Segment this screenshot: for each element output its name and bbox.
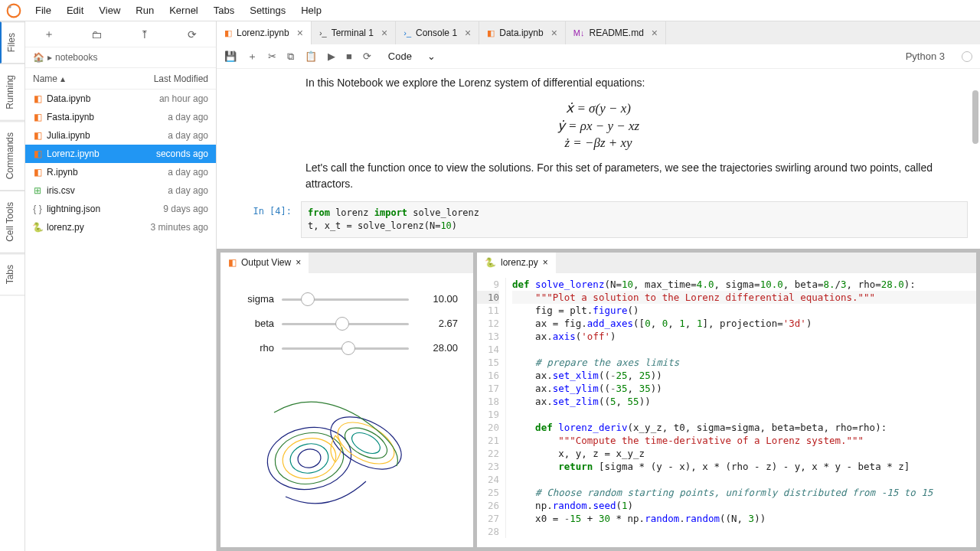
run-icon[interactable]: ▶ bbox=[328, 51, 335, 62]
slider-thumb[interactable] bbox=[335, 317, 349, 331]
code-line[interactable]: def solve_lorenz(N=10, max_time=4.0, sig… bbox=[512, 278, 976, 291]
file-row[interactable]: ◧Fasta.ipynba day ago bbox=[25, 108, 216, 126]
stop-icon[interactable]: ■ bbox=[346, 51, 352, 62]
menu-help[interactable]: Help bbox=[293, 2, 329, 19]
nb-icon: ◧ bbox=[487, 28, 495, 38]
activity-tab-cell-tools[interactable]: Cell Tools bbox=[0, 191, 24, 253]
notebook-icon: ◧ bbox=[228, 257, 237, 268]
code-line[interactable]: ax = fig.add_axes([0, 0, 1, 1], projecti… bbox=[512, 317, 976, 330]
md-icon: M↓ bbox=[573, 28, 585, 37]
code-line[interactable]: """Plot a solution to the Lorenz differe… bbox=[512, 291, 976, 304]
cell-type-select[interactable]: Code⌄ bbox=[388, 51, 436, 62]
code-line[interactable]: x0 = -15 + 30 * np.random.random((N, 3)) bbox=[512, 512, 976, 525]
activity-tab-files[interactable]: Files bbox=[0, 21, 24, 64]
save-icon[interactable]: 💾 bbox=[224, 51, 237, 62]
breadcrumb[interactable]: 🏠 ▸ notebooks bbox=[25, 47, 216, 68]
file-row[interactable]: ◧R.ipynba day ago bbox=[25, 163, 216, 181]
restart-icon[interactable]: ⟳ bbox=[363, 51, 371, 62]
activity-tab-running[interactable]: Running bbox=[0, 64, 24, 121]
menu-kernel[interactable]: Kernel bbox=[162, 2, 206, 19]
slider-thumb[interactable] bbox=[301, 292, 315, 306]
upload-icon[interactable]: ⤒ bbox=[137, 28, 152, 41]
code-line[interactable]: ax.set_ylim((-35, 35)) bbox=[512, 382, 976, 395]
markdown-intro: In this Notebook we explore the Lorenz s… bbox=[229, 72, 968, 94]
slider-track[interactable] bbox=[282, 292, 409, 306]
close-icon[interactable]: × bbox=[465, 27, 471, 39]
sort-asc-icon: ▴ bbox=[60, 73, 65, 84]
code-line[interactable]: ax.set_xlim((-25, 25)) bbox=[512, 369, 976, 382]
svg-point-9 bbox=[340, 421, 392, 464]
tab-output-view[interactable]: ◧ Output View × bbox=[220, 253, 309, 273]
code-line[interactable]: np.random.seed(1) bbox=[512, 499, 976, 512]
close-icon[interactable]: × bbox=[551, 27, 557, 39]
close-icon[interactable]: × bbox=[381, 27, 387, 39]
menu-view[interactable]: View bbox=[91, 2, 128, 19]
code-line[interactable]: fig = plt.figure() bbox=[512, 304, 976, 317]
cut-icon[interactable]: ✂ bbox=[268, 51, 276, 62]
new-launcher-icon[interactable]: ＋ bbox=[41, 28, 57, 41]
add-cell-icon[interactable]: ＋ bbox=[247, 50, 257, 64]
paste-icon[interactable]: 📋 bbox=[305, 51, 317, 62]
tab-console-1[interactable]: ›_Console 1× bbox=[396, 21, 479, 44]
slider-track[interactable] bbox=[282, 341, 409, 355]
file-row[interactable]: ◧Data.ipynban hour ago bbox=[25, 90, 216, 108]
menu-settings[interactable]: Settings bbox=[242, 2, 293, 19]
kernel-status-icon[interactable] bbox=[962, 51, 972, 62]
scrollbar[interactable] bbox=[972, 90, 978, 144]
new-folder-icon[interactable]: 🗀 bbox=[89, 28, 104, 41]
close-icon[interactable]: × bbox=[543, 257, 548, 268]
activity-tab-tabs[interactable]: Tabs bbox=[0, 253, 24, 295]
code-line[interactable] bbox=[512, 408, 976, 421]
tab-readme-md[interactable]: M↓README.md× bbox=[566, 21, 666, 44]
slider-thumb[interactable] bbox=[341, 341, 355, 355]
refresh-icon[interactable]: ⟳ bbox=[185, 28, 200, 41]
menu-edit[interactable]: Edit bbox=[59, 2, 91, 19]
python-icon: 🐍 bbox=[485, 257, 496, 268]
code-line[interactable]: ax.axis('off') bbox=[512, 330, 976, 343]
file-modified: 3 minutes ago bbox=[136, 222, 216, 233]
code-cell[interactable]: In [4]: from lorenz import solve_lorenz … bbox=[229, 201, 968, 238]
close-icon[interactable]: × bbox=[297, 27, 303, 39]
menu-file[interactable]: File bbox=[28, 2, 59, 19]
tab-data-ipynb[interactable]: ◧Data.ipynb× bbox=[479, 21, 566, 44]
tab-terminal-1[interactable]: ›_Terminal 1× bbox=[312, 21, 396, 44]
code-line[interactable] bbox=[512, 343, 976, 356]
slider-track[interactable] bbox=[282, 317, 409, 331]
home-icon[interactable]: 🏠 bbox=[33, 52, 44, 63]
copy-icon[interactable]: ⧉ bbox=[287, 51, 294, 63]
activity-tab-commands[interactable]: Commands bbox=[0, 121, 24, 191]
slider-sigma: sigma10.00 bbox=[236, 287, 458, 311]
cell-code[interactable]: from lorenz import solve_lorenz t, x_t =… bbox=[301, 201, 968, 238]
code-line[interactable] bbox=[512, 473, 976, 486]
svg-point-10 bbox=[348, 428, 384, 457]
sort-by-name[interactable]: Name▴ bbox=[25, 73, 136, 84]
file-row[interactable]: ◧Julia.ipynba day ago bbox=[25, 126, 216, 145]
file-row[interactable]: 🐍lorenz.py3 minutes ago bbox=[25, 218, 216, 236]
menu-tabs[interactable]: Tabs bbox=[206, 2, 242, 19]
code-line[interactable]: """Compute the time-derivative of a Lore… bbox=[512, 434, 976, 447]
tab-lorenz-ipynb[interactable]: ◧Lorenz.ipynb× bbox=[217, 21, 312, 44]
code-line[interactable]: # prepare the axes limits bbox=[512, 356, 976, 369]
code-line[interactable]: ax.set_zlim((5, 55)) bbox=[512, 395, 976, 408]
code-line[interactable]: return [sigma * (y - x), x * (rho - z) -… bbox=[512, 460, 976, 473]
nb-icon: ◧ bbox=[31, 167, 44, 178]
close-icon[interactable]: × bbox=[296, 257, 301, 268]
svg-point-1 bbox=[8, 5, 11, 8]
breadcrumb-folder[interactable]: notebooks bbox=[55, 52, 97, 63]
file-row[interactable]: { }lightning.json9 days ago bbox=[25, 200, 216, 218]
code-editor[interactable]: 910111213141516171819202122232425262728 … bbox=[477, 273, 976, 538]
tab-lorenz-py[interactable]: 🐍 lorenz.py × bbox=[477, 253, 556, 273]
file-row[interactable]: ⊞iris.csva day ago bbox=[25, 181, 216, 200]
file-modified: a day ago bbox=[136, 185, 216, 196]
code-line[interactable]: x, y, z = x_y_z bbox=[512, 447, 976, 460]
menu-run[interactable]: Run bbox=[128, 2, 162, 19]
sort-by-modified[interactable]: Last Modified bbox=[136, 73, 216, 84]
kernel-name[interactable]: Python 3 bbox=[906, 51, 945, 62]
file-row[interactable]: ◧Lorenz.ipynbseconds ago bbox=[25, 145, 216, 163]
slider-label: sigma bbox=[236, 293, 274, 305]
tab-label: Console 1 bbox=[416, 28, 457, 38]
close-icon[interactable]: × bbox=[652, 27, 658, 39]
code-line[interactable]: def lorenz_deriv(x_y_z, t0, sigma=sigma,… bbox=[512, 421, 976, 434]
code-line[interactable]: # Choose random starting points, uniform… bbox=[512, 486, 976, 499]
code-line[interactable] bbox=[512, 525, 976, 538]
